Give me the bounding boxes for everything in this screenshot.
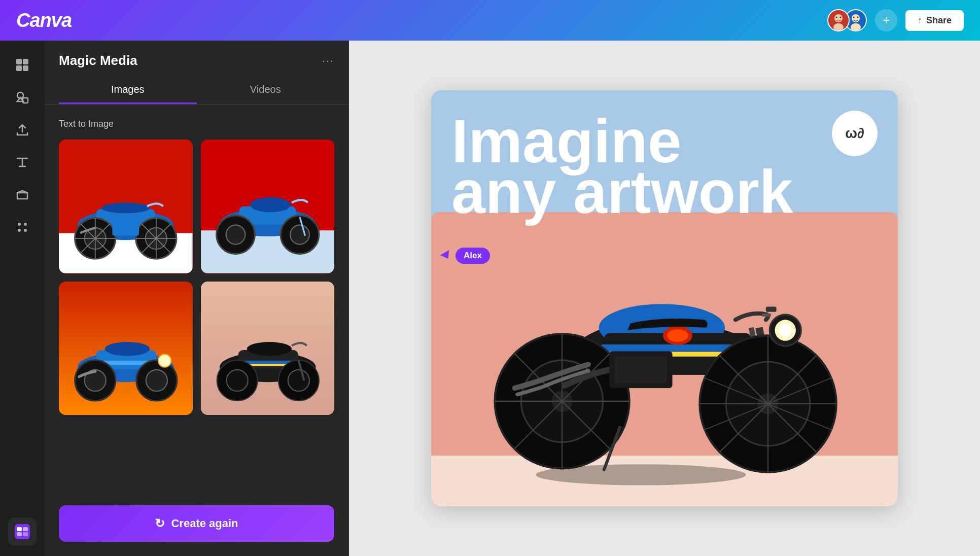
svg-point-18 (18, 229, 21, 232)
svg-rect-12 (16, 65, 22, 71)
svg-point-17 (24, 223, 27, 226)
sidebar-item-templates[interactable] (8, 51, 37, 79)
cursor-label: Alex (456, 248, 490, 264)
svg-point-61 (158, 354, 171, 367)
header-right: + ↑ Share (827, 9, 964, 31)
canvas-logo-text: ω∂ (845, 125, 864, 142)
panel-title: Magic Media (59, 53, 137, 68)
sidebar-item-upload[interactable] (8, 116, 37, 144)
tabs: Images Videos (45, 77, 348, 105)
svg-rect-24 (23, 532, 28, 536)
svg-point-49 (226, 225, 245, 245)
svg-rect-11 (23, 59, 28, 64)
svg-point-65 (247, 342, 292, 356)
panel: Magic Media ··· Images Videos Text to Im… (45, 41, 349, 556)
svg-point-101 (536, 464, 746, 485)
tab-videos[interactable]: Videos (197, 77, 335, 104)
svg-rect-13 (23, 65, 28, 71)
canvas-area: Imagine any artwork ω∂ (349, 41, 980, 556)
create-again-label: Create again (171, 517, 238, 530)
svg-rect-23 (17, 532, 22, 536)
generated-image-3[interactable] (59, 282, 193, 415)
svg-point-4 (839, 17, 841, 18)
sidebar-item-magic-media[interactable] (8, 517, 37, 546)
alex-cursor: Alex (441, 248, 490, 264)
svg-point-3 (835, 17, 837, 18)
svg-point-19 (24, 229, 27, 232)
svg-rect-96 (615, 357, 668, 383)
svg-rect-21 (17, 527, 22, 531)
svg-point-69 (226, 369, 248, 391)
create-again-button[interactable]: ↻ Create again (59, 505, 334, 542)
motorcycle-main-area (431, 212, 898, 506)
svg-point-71 (288, 369, 309, 391)
share-button[interactable]: ↑ Share (905, 10, 964, 31)
sidebar-icons (0, 41, 45, 556)
svg-point-55 (105, 342, 150, 356)
svg-point-29 (101, 202, 150, 213)
add-collaborator-button[interactable]: + (875, 9, 897, 31)
generated-image-1[interactable] (59, 140, 193, 273)
share-icon: ↑ (918, 15, 922, 26)
avatar-group (827, 9, 867, 31)
canvas-logo-circle: ω∂ (832, 111, 878, 156)
svg-point-77 (667, 329, 688, 342)
generated-image-4[interactable] (201, 282, 335, 415)
canva-logo: Canva (16, 10, 72, 31)
main-layout: Magic Media ··· Images Videos Text to Im… (0, 41, 980, 556)
svg-point-51 (290, 225, 309, 245)
section-label: Text to Image (59, 119, 334, 129)
svg-point-9 (857, 17, 858, 18)
svg-point-8 (853, 17, 854, 18)
sidebar-item-projects[interactable] (8, 181, 37, 209)
cursor-arrow-icon (440, 250, 452, 261)
svg-rect-100 (766, 306, 777, 311)
generated-image-2[interactable] (201, 140, 335, 273)
panel-bottom: ↻ Create again (45, 505, 348, 556)
svg-point-16 (18, 223, 21, 226)
canvas-card: Imagine any artwork ω∂ (431, 90, 898, 506)
image-grid (59, 140, 334, 415)
header: Canva (0, 0, 980, 41)
panel-header: Magic Media ··· (45, 41, 348, 77)
tab-images[interactable]: Images (59, 77, 197, 104)
sidebar-item-elements[interactable] (8, 83, 37, 112)
svg-point-99 (779, 324, 792, 337)
svg-point-60 (146, 369, 167, 391)
svg-rect-42 (112, 220, 139, 236)
sidebar-item-apps[interactable] (8, 213, 37, 241)
panel-content: Text to Image (45, 105, 348, 505)
svg-rect-15 (23, 98, 28, 103)
canvas-text-artwork: any artwork (451, 161, 793, 222)
svg-rect-78 (762, 314, 772, 317)
svg-rect-22 (23, 527, 28, 531)
svg-point-47 (250, 197, 290, 213)
avatar-user1[interactable] (827, 9, 850, 31)
svg-rect-10 (16, 59, 22, 64)
sidebar-item-text[interactable] (8, 148, 37, 177)
refresh-icon: ↻ (155, 516, 165, 531)
svg-rect-20 (15, 524, 30, 539)
panel-more-button[interactable]: ··· (322, 54, 334, 67)
